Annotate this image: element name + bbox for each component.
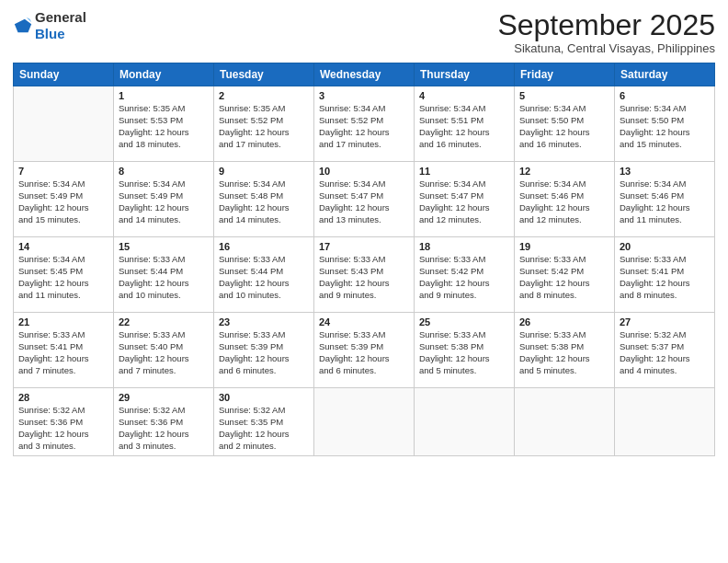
calendar-week-row: 14Sunrise: 5:34 AM Sunset: 5:45 PM Dayli… xyxy=(14,237,715,313)
day-info: Sunrise: 5:34 AM Sunset: 5:46 PM Dayligh… xyxy=(519,178,609,225)
day-number: 10 xyxy=(319,166,409,177)
table-row: 29Sunrise: 5:32 AM Sunset: 5:36 PM Dayli… xyxy=(114,388,214,456)
day-info: Sunrise: 5:34 AM Sunset: 5:52 PM Dayligh… xyxy=(319,103,409,150)
table-row: 15Sunrise: 5:33 AM Sunset: 5:44 PM Dayli… xyxy=(114,237,214,313)
table-row xyxy=(515,388,615,456)
day-number: 24 xyxy=(319,316,409,327)
table-row: 12Sunrise: 5:34 AM Sunset: 5:46 PM Dayli… xyxy=(515,162,615,237)
col-monday: Monday xyxy=(114,63,214,86)
day-info: Sunrise: 5:34 AM Sunset: 5:47 PM Dayligh… xyxy=(419,178,509,225)
day-number: 17 xyxy=(319,241,409,252)
table-row: 13Sunrise: 5:34 AM Sunset: 5:46 PM Dayli… xyxy=(615,162,715,237)
calendar-week-row: 21Sunrise: 5:33 AM Sunset: 5:41 PM Dayli… xyxy=(14,313,715,388)
day-info: Sunrise: 5:32 AM Sunset: 5:37 PM Dayligh… xyxy=(620,329,710,376)
day-info: Sunrise: 5:34 AM Sunset: 5:51 PM Dayligh… xyxy=(419,103,509,150)
day-number: 5 xyxy=(519,90,609,101)
day-number: 29 xyxy=(119,392,209,403)
table-row: 19Sunrise: 5:33 AM Sunset: 5:42 PM Dayli… xyxy=(515,237,615,313)
table-row: 4Sunrise: 5:34 AM Sunset: 5:51 PM Daylig… xyxy=(415,86,515,162)
day-info: Sunrise: 5:33 AM Sunset: 5:43 PM Dayligh… xyxy=(319,254,409,301)
day-info: Sunrise: 5:33 AM Sunset: 5:40 PM Dayligh… xyxy=(119,329,209,376)
table-row: 5Sunrise: 5:34 AM Sunset: 5:50 PM Daylig… xyxy=(515,86,615,162)
day-number: 12 xyxy=(519,166,609,177)
day-number: 1 xyxy=(119,90,209,101)
col-wednesday: Wednesday xyxy=(314,63,415,86)
day-number: 6 xyxy=(620,90,710,101)
calendar-week-row: 1Sunrise: 5:35 AM Sunset: 5:53 PM Daylig… xyxy=(14,86,715,162)
table-row: 11Sunrise: 5:34 AM Sunset: 5:47 PM Dayli… xyxy=(415,162,515,237)
table-row: 27Sunrise: 5:32 AM Sunset: 5:37 PM Dayli… xyxy=(615,313,715,388)
table-row xyxy=(615,388,715,456)
day-info: Sunrise: 5:33 AM Sunset: 5:41 PM Dayligh… xyxy=(18,329,108,376)
location-text: Sikatuna, Central Visayas, Philippines xyxy=(497,41,715,55)
calendar-week-row: 28Sunrise: 5:32 AM Sunset: 5:36 PM Dayli… xyxy=(14,388,715,456)
logo-blue-text: Blue xyxy=(35,26,86,42)
day-number: 4 xyxy=(419,90,509,101)
day-number: 16 xyxy=(219,241,309,252)
day-info: Sunrise: 5:34 AM Sunset: 5:46 PM Dayligh… xyxy=(620,178,710,225)
day-number: 2 xyxy=(219,90,309,101)
day-info: Sunrise: 5:33 AM Sunset: 5:38 PM Dayligh… xyxy=(519,329,609,376)
day-info: Sunrise: 5:32 AM Sunset: 5:36 PM Dayligh… xyxy=(119,405,209,452)
title-block: September 2025 Sikatuna, Central Visayas… xyxy=(497,9,715,55)
calendar-header-row: Sunday Monday Tuesday Wednesday Thursday… xyxy=(14,63,715,86)
table-row xyxy=(314,388,415,456)
day-info: Sunrise: 5:35 AM Sunset: 5:53 PM Dayligh… xyxy=(119,103,209,150)
table-row: 8Sunrise: 5:34 AM Sunset: 5:49 PM Daylig… xyxy=(114,162,214,237)
table-row: 24Sunrise: 5:33 AM Sunset: 5:39 PM Dayli… xyxy=(314,313,415,388)
day-info: Sunrise: 5:33 AM Sunset: 5:42 PM Dayligh… xyxy=(419,254,509,301)
day-number: 27 xyxy=(620,316,710,327)
logo-icon xyxy=(13,16,33,36)
day-info: Sunrise: 5:33 AM Sunset: 5:44 PM Dayligh… xyxy=(119,254,209,301)
day-info: Sunrise: 5:33 AM Sunset: 5:39 PM Dayligh… xyxy=(219,329,309,376)
day-number: 20 xyxy=(620,241,710,252)
day-number: 8 xyxy=(119,166,209,177)
day-number: 9 xyxy=(219,166,309,177)
day-number: 28 xyxy=(18,392,108,403)
day-info: Sunrise: 5:33 AM Sunset: 5:41 PM Dayligh… xyxy=(620,254,710,301)
day-number: 13 xyxy=(620,166,710,177)
col-tuesday: Tuesday xyxy=(214,63,314,86)
table-row: 10Sunrise: 5:34 AM Sunset: 5:47 PM Dayli… xyxy=(314,162,415,237)
table-row: 3Sunrise: 5:34 AM Sunset: 5:52 PM Daylig… xyxy=(314,86,415,162)
calendar-week-row: 7Sunrise: 5:34 AM Sunset: 5:49 PM Daylig… xyxy=(14,162,715,237)
table-row: 9Sunrise: 5:34 AM Sunset: 5:48 PM Daylig… xyxy=(214,162,314,237)
day-number: 15 xyxy=(119,241,209,252)
table-row: 7Sunrise: 5:34 AM Sunset: 5:49 PM Daylig… xyxy=(14,162,114,237)
logo-general-text: General xyxy=(35,9,86,26)
day-number: 19 xyxy=(519,241,609,252)
day-number: 14 xyxy=(18,241,108,252)
day-info: Sunrise: 5:34 AM Sunset: 5:49 PM Dayligh… xyxy=(18,178,108,225)
page-container: General Blue September 2025 Sikatuna, Ce… xyxy=(0,0,728,563)
day-number: 3 xyxy=(319,90,409,101)
month-title: September 2025 xyxy=(497,9,715,41)
day-info: Sunrise: 5:34 AM Sunset: 5:50 PM Dayligh… xyxy=(620,103,710,150)
table-row xyxy=(14,86,114,162)
table-row: 14Sunrise: 5:34 AM Sunset: 5:45 PM Dayli… xyxy=(14,237,114,313)
day-number: 23 xyxy=(219,316,309,327)
table-row: 1Sunrise: 5:35 AM Sunset: 5:53 PM Daylig… xyxy=(114,86,214,162)
table-row: 20Sunrise: 5:33 AM Sunset: 5:41 PM Dayli… xyxy=(615,237,715,313)
day-number: 26 xyxy=(519,316,609,327)
day-info: Sunrise: 5:34 AM Sunset: 5:47 PM Dayligh… xyxy=(319,178,409,225)
day-info: Sunrise: 5:34 AM Sunset: 5:48 PM Dayligh… xyxy=(219,178,309,225)
table-row: 6Sunrise: 5:34 AM Sunset: 5:50 PM Daylig… xyxy=(615,86,715,162)
table-row xyxy=(415,388,515,456)
calendar-table: Sunday Monday Tuesday Wednesday Thursday… xyxy=(13,63,715,456)
header: General Blue September 2025 Sikatuna, Ce… xyxy=(13,9,715,55)
day-number: 7 xyxy=(18,166,108,177)
col-saturday: Saturday xyxy=(615,63,715,86)
day-info: Sunrise: 5:33 AM Sunset: 5:39 PM Dayligh… xyxy=(319,329,409,376)
table-row: 2Sunrise: 5:35 AM Sunset: 5:52 PM Daylig… xyxy=(214,86,314,162)
day-info: Sunrise: 5:32 AM Sunset: 5:36 PM Dayligh… xyxy=(18,405,108,452)
day-number: 18 xyxy=(419,241,509,252)
col-sunday: Sunday xyxy=(14,63,114,86)
day-number: 30 xyxy=(219,392,309,403)
day-info: Sunrise: 5:34 AM Sunset: 5:49 PM Dayligh… xyxy=(119,178,209,225)
svg-marker-0 xyxy=(15,19,31,33)
table-row: 30Sunrise: 5:32 AM Sunset: 5:35 PM Dayli… xyxy=(214,388,314,456)
day-number: 22 xyxy=(119,316,209,327)
day-number: 11 xyxy=(419,166,509,177)
day-number: 25 xyxy=(419,316,509,327)
day-info: Sunrise: 5:33 AM Sunset: 5:42 PM Dayligh… xyxy=(519,254,609,301)
